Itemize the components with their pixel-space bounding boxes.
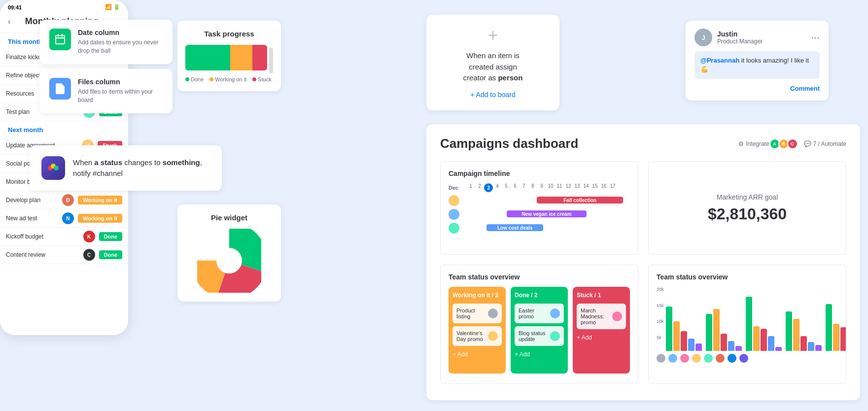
timeline-row: New vegan ice cream [449, 209, 630, 220]
bar-group [826, 304, 846, 351]
bar-avatar [716, 354, 725, 363]
timeline-row: Fall collection [449, 195, 630, 206]
svg-point-6 [54, 166, 59, 171]
comment-footer: Comment [694, 84, 820, 93]
bar [746, 297, 752, 351]
campaigns-dashboard-card: Campaigns dashboard ⚙ Integrate A B C 💬 … [426, 124, 860, 400]
bar [800, 336, 807, 351]
fall-collection-bar: Fall collection [537, 197, 624, 204]
bar [735, 346, 742, 351]
bar [786, 311, 792, 351]
bar-group [746, 297, 782, 351]
timeline-avatar [449, 195, 459, 206]
kanban-add-button[interactable]: + Add [577, 334, 626, 341]
kanban-item: Blog status update [515, 326, 564, 346]
kanban-col-header: Done / 2 [515, 292, 564, 299]
kanban-columns: Working on it / 2 Product listing Valent… [449, 287, 630, 374]
pie-widget-card: Pie widget 55% [177, 205, 281, 302]
bar [688, 339, 694, 351]
comment-username: Justin [717, 30, 763, 38]
kanban-item: March Madness: promo [577, 304, 626, 329]
avatar: K [83, 231, 95, 242]
timeline-bar-container: Fall collection [463, 197, 630, 205]
avatar: D [62, 194, 74, 206]
legend-working: Working on it [209, 76, 246, 82]
integrate-action[interactable]: ⚙ Integrate A B C [738, 138, 798, 149]
automation-card: + When an item iscreated assigncreator a… [426, 15, 559, 110]
notification-card: When a status changes to something, noti… [30, 145, 222, 191]
bar-group [786, 311, 822, 351]
bar [815, 345, 822, 351]
comment-header: J Justin Product Manager ⋯ [694, 29, 820, 46]
timeline-title: Campaign timeline [449, 170, 630, 177]
legend-done: Done [185, 76, 204, 82]
bar-group [706, 309, 742, 351]
kanban-add-button[interactable]: + Add [452, 351, 502, 358]
list-item: Content review C Done [0, 246, 128, 264]
date-column-icon [49, 29, 71, 50]
today-marker: 3 [484, 183, 493, 192]
bar [666, 307, 672, 351]
mobile-icons: 📶 🔋 [105, 4, 120, 10]
automation-plus-icon: + [487, 27, 498, 44]
automation-text: When an item iscreated assigncreator as … [463, 50, 523, 84]
bar-group [666, 307, 702, 351]
task-progress-card: Task progress Done Working on it Stuck [177, 21, 281, 91]
kanban-avatar [550, 331, 560, 341]
arr-value: $2,810,360 [708, 205, 787, 223]
comment-avatar: J [694, 29, 712, 46]
bar-avatar [680, 354, 689, 363]
comment-mention: @Prasannah [700, 57, 739, 64]
bar [673, 321, 680, 351]
scrollbar [269, 48, 273, 73]
mobile-time: 09:41 [8, 4, 22, 10]
files-column-desc: Add files to items within your board [78, 88, 163, 104]
bar [826, 304, 832, 351]
bar [793, 319, 799, 351]
files-column-text: Files column Add files to items within y… [78, 78, 163, 104]
files-column-card: Files column Add files to items within y… [39, 69, 173, 113]
bar-chart: 20k 15k 10k 5k [657, 287, 838, 351]
pie-chart: 55% [197, 229, 261, 293]
month-label: Dec [449, 185, 464, 191]
bar-avatar [692, 354, 701, 363]
kanban-add-button[interactable]: + Add [515, 351, 564, 358]
comment-role: Product Manager [717, 38, 763, 45]
kanban-avatar [550, 308, 560, 318]
comment-button[interactable]: Comment [790, 85, 820, 92]
files-column-title: Files column [78, 78, 163, 86]
date-column-desc: Add dates to ensure you never drop the b… [78, 38, 163, 55]
mobile-status-bar: 09:41 📶 🔋 [0, 0, 128, 12]
mobile-back-button[interactable]: ‹ [8, 17, 10, 26]
bar [761, 329, 767, 351]
integrate-icon: ⚙ [738, 140, 744, 147]
bar [775, 347, 782, 351]
bar-avatar [668, 354, 677, 363]
bar-chart-section: Team status overview 20k 15k 10k 5k [648, 265, 846, 384]
bar [833, 324, 839, 351]
list-item: Develop plan D Working on it [0, 191, 128, 209]
progress-bar [185, 45, 267, 70]
bar-chart-avatars [657, 354, 838, 363]
dashboard-header: Campaigns dashboard ⚙ Integrate A B C 💬 … [440, 136, 846, 151]
comment-menu-icon[interactable]: ⋯ [811, 32, 820, 43]
bar [840, 327, 846, 351]
bar-avatar [704, 354, 713, 363]
progress-working [230, 45, 252, 70]
add-to-board-link[interactable]: + Add to board [470, 91, 515, 99]
arr-label: Marketing ARR goal [717, 193, 778, 201]
integrate-label: Integrate [746, 140, 769, 147]
kanban-section: Team status overview Working on it / 2 P… [440, 265, 638, 384]
comment-bubble: @Prasannah it looks amazing! I like it 💪 [694, 51, 820, 79]
progress-done [185, 45, 230, 70]
avatar: N [62, 212, 74, 224]
automate-action[interactable]: 💬 7 / Automate [804, 140, 846, 147]
kanban-col-header: Stuck / 1 [577, 292, 626, 299]
list-item: Kickoff budget K Done [0, 228, 128, 246]
automate-label: 7 / Automate [813, 140, 846, 147]
bar [753, 326, 760, 351]
kanban-col-header: Working on it / 2 [452, 292, 502, 299]
bar [706, 314, 712, 351]
timeline-bar-container: Low cost deals [463, 224, 630, 232]
comment-user: J Justin Product Manager [694, 29, 763, 46]
